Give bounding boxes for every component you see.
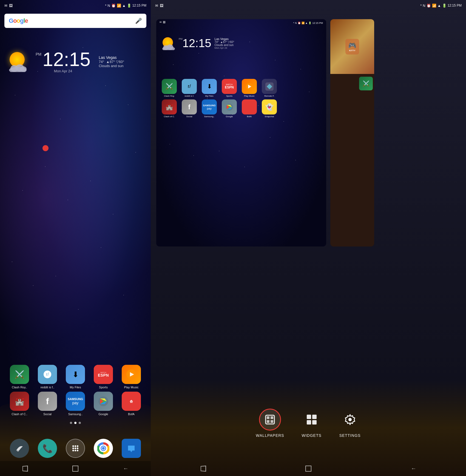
preview-app-social[interactable]: f Social	[180, 99, 198, 118]
preview-app-google[interactable]: Google	[220, 99, 238, 118]
widgets-icon	[301, 409, 323, 431]
app-social[interactable]: f Social	[35, 392, 60, 416]
dock-messages[interactable]	[119, 439, 144, 460]
svg-rect-54	[312, 420, 317, 425]
weather-sun-icon	[8, 51, 30, 73]
partial-screen-preview[interactable]: 🎮 KITTY ⚔️	[330, 19, 374, 246]
svg-text:r/: r/	[46, 372, 49, 377]
time-big-left: 12:15	[42, 50, 90, 69]
app-play-music[interactable]: Play Music	[119, 365, 144, 389]
preview-bofa-icon	[242, 99, 257, 114]
preview-snapchat-label: Snapchat	[265, 115, 274, 118]
weather-info-left: Las Vegas 74° ▲87° ▽60° Clouds and sun	[99, 55, 124, 68]
preview-google-label: Google	[226, 115, 233, 118]
wifi-icon: 📶	[117, 4, 121, 8]
google-label: Google	[91, 412, 116, 416]
settings-button[interactable]: SETTINGS	[339, 409, 361, 438]
alarm-icon: ⏰	[111, 4, 116, 8]
status-icons-right-right: * N ⏰ 📶 ▲ 🔋 12:15 PM	[420, 4, 462, 8]
preview-my-files-icon: ⬇	[202, 79, 217, 94]
app-my-files[interactable]: ⬇ My Files	[63, 365, 88, 389]
preview-app-snapchat[interactable]: 👻 Snapchat	[260, 99, 278, 118]
svg-rect-52	[312, 415, 317, 419]
settings-icon	[339, 409, 361, 431]
app-reddit[interactable]: r/ reddit is f..	[35, 365, 60, 389]
preview-app-remote[interactable]: Remote F.	[260, 79, 278, 97]
preview-watch-espn-icon: WATCH ESPN	[222, 79, 237, 94]
app-google[interactable]: Google	[91, 392, 116, 416]
preview-app-my-files[interactable]: ⬇ My Files	[200, 79, 218, 97]
dock-dark-bird[interactable]	[7, 439, 32, 460]
weather-desc-left: Clouds and sun	[99, 64, 124, 68]
nav-bar-left: ←	[0, 461, 151, 476]
dock-chrome[interactable]	[91, 439, 116, 460]
svg-point-23	[72, 450, 74, 451]
preview-app-play-music[interactable]: Play Music	[240, 79, 258, 97]
social-icon: f	[38, 392, 57, 411]
app-samsung-pay[interactable]: SAMSUNG pay Samsung..	[63, 392, 88, 416]
nav-recent-left[interactable]	[22, 466, 28, 471]
svg-rect-48	[271, 416, 273, 419]
recent-icon-left	[22, 466, 28, 472]
messages-icon	[122, 439, 141, 458]
svg-point-3	[20, 66, 27, 72]
weather-city-left: Las Vegas	[99, 55, 124, 60]
dark-bird-icon	[10, 439, 29, 458]
nav-back-right[interactable]: ←	[411, 465, 416, 472]
preview-time-display: PM 12:15	[179, 38, 211, 49]
preview-samsung-pay-label: Samsung..	[204, 115, 214, 118]
svg-rect-47	[267, 416, 269, 419]
battery-icon: 🔋	[127, 4, 131, 8]
preview-bt-icon: *	[293, 22, 294, 24]
bluetooth-icon: *	[105, 4, 106, 8]
nav-home-right[interactable]	[305, 466, 311, 472]
preview-reddit-icon: r/	[182, 79, 197, 94]
mail-icon: ✉	[4, 4, 7, 8]
partial-thumb-image: 🎮 KITTY	[330, 19, 374, 74]
wallpapers-button[interactable]: WALLPAPERS	[256, 409, 284, 438]
left-phone: ✉ 🖼 * N ⏰ 📶 ▲ 🔋 12:15 PM Google 🎤	[0, 0, 151, 476]
weather-temp-left: 74° ▲87° ▽60°	[99, 60, 124, 64]
game-card-thumbnail: 🎮 KITTY	[345, 39, 359, 55]
preview-remote-label: Remote F.	[264, 95, 274, 97]
svg-rect-51	[307, 415, 311, 419]
preview-app-clash-of-clans[interactable]: 🏰 Clash of C.	[160, 99, 178, 118]
google-search-bar[interactable]: Google 🎤	[4, 14, 146, 28]
svg-point-18	[75, 445, 76, 447]
dock-left: 📞	[0, 439, 151, 460]
preview-app-bofa[interactable]: BofA	[240, 99, 258, 118]
svg-rect-50	[271, 420, 273, 423]
preview-bofa-label: BofA	[247, 115, 252, 118]
nav-recent-right[interactable]	[200, 466, 206, 471]
app-clash-royale[interactable]: ⚔️ Clash Roy..	[7, 365, 32, 389]
svg-rect-45	[245, 103, 254, 111]
signal-icon-right: ▲	[437, 4, 441, 8]
preview-date: Mon Apr 24	[215, 47, 234, 49]
dock-phone[interactable]: 📞	[35, 439, 60, 460]
google-logo: Google	[9, 17, 28, 24]
battery-icon-right: 🔋	[442, 4, 447, 8]
preview-app-reddit[interactable]: r/ reddit is f.	[180, 79, 198, 97]
preview-app-clash-royale[interactable]: ⚔️ Clash Roy.	[160, 79, 178, 97]
nav-back-left[interactable]: ←	[123, 465, 129, 472]
preview-clash-royale-icon: ⚔️	[162, 79, 177, 94]
preview-desc: Clouds and sun	[215, 44, 234, 47]
app-bofa[interactable]: ⟰ BofA	[119, 392, 144, 416]
app-clash-of-clans[interactable]: 🏰 Clash of C..	[7, 392, 32, 416]
preview-app-watch-espn[interactable]: WATCH ESPN Sports	[220, 79, 238, 97]
widgets-button[interactable]: WIDGETS	[301, 409, 323, 438]
svg-point-17	[72, 445, 74, 447]
main-screen-preview[interactable]: ✉ 🖼 * N ⏰ 📶 ▲ 🔋 12:15 PM	[156, 19, 326, 246]
dock-app-drawer[interactable]	[63, 439, 88, 460]
mic-icon[interactable]: 🎤	[135, 18, 142, 24]
preview-app-samsung-pay[interactable]: SAMSUNG pay Samsung..	[200, 99, 218, 118]
nav-home-left[interactable]	[72, 466, 78, 472]
reddit-icon: r/	[38, 365, 57, 384]
status-icons-left: ✉ 🖼	[4, 4, 13, 8]
recent-icon-right	[201, 466, 206, 472]
app-watch-espn[interactable]: WATCH ESPN Sports	[91, 365, 116, 389]
home-icon-left	[72, 466, 78, 472]
svg-point-55	[348, 418, 352, 421]
wallpapers-label: WALLPAPERS	[256, 433, 284, 438]
preview-cloud-icon	[162, 43, 175, 50]
